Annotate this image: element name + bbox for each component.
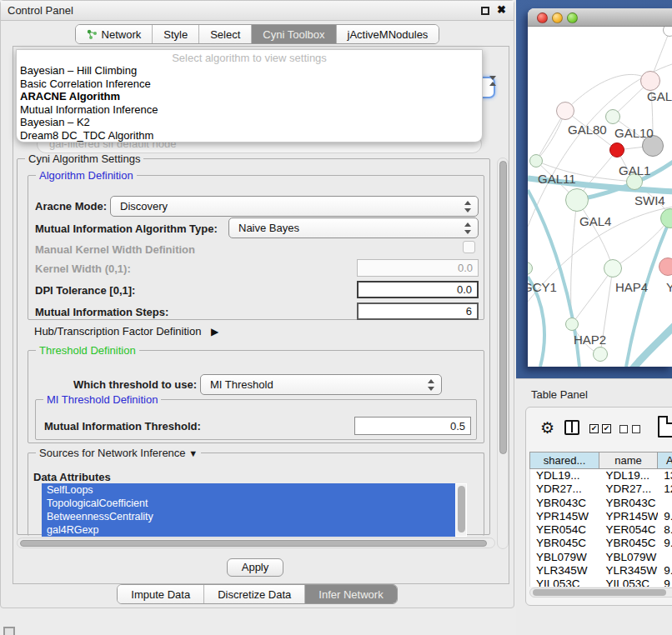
mi-threshold-field[interactable]: 0.5 [354,417,471,435]
apply-button[interactable]: Apply [227,558,283,577]
attribute-item[interactable]: BetweennessCentrality [42,510,455,523]
list-scrollbar[interactable] [456,484,466,536]
close-traffic-light-icon[interactable] [537,12,548,23]
table-cell[interactable]: YDL19... [600,469,659,482]
table-row[interactable]: YBR045CYBR045C9. [530,537,672,550]
network-node[interactable] [529,154,543,168]
checked-checkbox-icon[interactable]: ✔ [589,424,599,433]
algorithm-option[interactable]: Bayesian – Hill Climbing [17,64,482,78]
dpi-tolerance-field[interactable]: 0.0 [357,281,479,298]
table-cell[interactable]: 13 [658,469,672,482]
table-cell[interactable]: YLR345W [600,564,659,578]
table-cell[interactable]: YBR043C [530,497,600,510]
zoom-traffic-light-icon[interactable] [567,12,578,23]
restore-panel-icon[interactable] [3,627,15,635]
network-node[interactable] [565,318,579,331]
algorithm-option[interactable]: ARACNE Algorithm [17,90,482,103]
which-threshold-combo[interactable]: MI Threshold [200,374,442,395]
network-node[interactable] [659,258,672,276]
kernel-width-field[interactable]: 0.0 [357,259,479,277]
gear-icon[interactable]: ⚙ [540,418,554,438]
settings-vertical-scrollbar[interactable] [497,158,509,549]
settings-horizontal-scrollbar[interactable] [17,538,495,548]
table-cell[interactable] [658,497,672,510]
aracne-mode-combo[interactable]: Discovery [110,196,479,217]
table-cell[interactable]: YBL079W [600,551,659,564]
table-cell[interactable]: 9. [658,564,672,578]
tab-infer-network[interactable]: Infer Network [304,585,396,603]
file-icon[interactable] [658,416,672,438]
table-cell[interactable]: YLR345W [530,564,600,578]
scrollbar-thumb[interactable] [533,589,666,596]
table-cell[interactable]: 9. [658,537,672,550]
unchecked-checkbox-icon[interactable] [632,425,640,433]
tab-network[interactable]: Network [76,25,153,43]
attribute-item[interactable]: SelfLoops [42,483,455,497]
sources-toggle[interactable]: Sources for Network Inference ▼ [36,447,201,459]
algorithm-option[interactable]: Dream8 DC_TDC Algorithm [17,129,482,142]
network-node[interactable] [556,102,574,120]
algorithm-option[interactable]: Mutual Information Inference [17,103,482,117]
table-cell[interactable]: YDL19... [530,469,600,482]
table-cell[interactable]: 9. [658,510,672,523]
mi-type-combo[interactable]: Naive Bayes [228,218,479,238]
table-cell[interactable]: YBR045C [530,537,600,550]
table-cell[interactable]: YBR043C [600,497,659,510]
table-cell[interactable]: YPR145W [530,510,600,523]
table-cell[interactable]: YIL053C [530,578,600,587]
algorithm-option[interactable]: Basic Correlation Inference [17,78,482,91]
scrollbar-thumb[interactable] [499,161,507,454]
columns-icon[interactable] [564,420,579,435]
scrollbar-thumb[interactable] [20,540,487,547]
table-cell[interactable]: YER054C [600,523,659,537]
network-node[interactable] [640,71,660,91]
table-row[interactable]: YBL079WYBL079W [530,551,672,564]
tab-cyni-toolbox[interactable]: Cyni Toolbox [251,25,335,43]
table-cell[interactable]: YBL079W [530,551,600,564]
table-cell[interactable]: YBR045C [600,537,659,550]
unchecked-checkbox-icon[interactable] [619,425,628,433]
table-row[interactable]: YDL19...YDL19...13 [530,469,672,482]
data-attributes-list[interactable]: SelfLoopsTopologicalCoefficientBetweenne… [42,483,467,537]
algorithm-option[interactable]: Bayesian – K2 [17,116,482,129]
table-row[interactable]: YLR345WYLR345W9. [530,564,672,578]
manual-kernel-checkbox[interactable] [463,241,475,253]
table-cell[interactable]: 9 [658,578,672,587]
table-row[interactable]: YIL053CYIL053C9 [530,578,672,587]
tab-style[interactable]: Style [152,25,198,43]
scrollbar-thumb[interactable] [458,486,465,532]
network-node[interactable] [593,347,608,362]
table-horizontal-scrollbar[interactable] [529,588,672,598]
minimize-traffic-light-icon[interactable] [552,12,563,23]
network-node[interactable] [605,109,620,124]
column-header[interactable]: A... [658,452,672,469]
table-cell[interactable]: 8. [658,523,672,537]
table-row[interactable]: YER054CYER054C8. [530,523,672,537]
table-cell[interactable]: YDR27... [600,482,659,496]
table-row[interactable]: YBR043CYBR043C [530,497,672,510]
network-node[interactable] [604,259,622,278]
table-cell[interactable]: YER054C [530,523,600,537]
table-cell[interactable]: YPR145W [600,510,659,523]
network-canvas[interactable]: GALGAL80GAL10GAL1GAL11SWI4GAL4GCY1HAP4YH… [528,27,672,367]
table-row[interactable]: YPR145WYPR145W9. [530,510,672,523]
network-node[interactable] [609,142,624,158]
float-window-icon[interactable] [481,7,489,15]
checked-checkbox-icon[interactable]: ✔ [602,424,611,433]
tab-impute-data[interactable]: Impute Data [118,585,203,603]
tab-jactivemnodules[interactable]: jActiveMNodules [336,25,439,43]
column-header[interactable]: name [599,452,658,469]
table-cell[interactable]: YDR27... [530,482,600,496]
table-row[interactable]: YDR27...YDR27...12 [530,482,672,496]
table-cell[interactable]: 12 [658,482,672,496]
column-header[interactable]: shared... [529,452,599,469]
table-cell[interactable] [658,551,672,564]
hub-definition-toggle[interactable]: Hub/Transcription Factor Definition ▶ [34,325,218,338]
network-node[interactable] [565,188,589,212]
attribute-item[interactable]: TopologicalCoefficient [42,497,455,510]
tab-discretize-data[interactable]: Discretize Data [203,585,304,603]
tab-select[interactable]: Select [198,25,251,43]
table-cell[interactable]: YIL053C [600,578,659,587]
attribute-item[interactable]: gal4RGexp [42,523,455,537]
close-icon[interactable]: ✖ [497,3,506,16]
